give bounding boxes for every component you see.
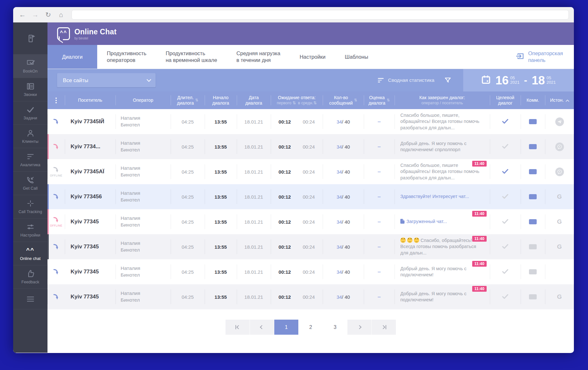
sidebar-item-настройки[interactable]: Настройки bbox=[13, 219, 47, 242]
viber-source-icon bbox=[555, 168, 564, 176]
phone-icon bbox=[26, 82, 35, 90]
bookon-icon bbox=[26, 59, 35, 67]
address-bar[interactable] bbox=[72, 10, 569, 20]
viber-source-icon bbox=[555, 142, 564, 151]
comment-icon[interactable] bbox=[529, 219, 537, 224]
tab-средняя нагрузка[interactable]: Средняя нагрузка в течении дня bbox=[227, 45, 290, 69]
sidebar-item-аналитика[interactable]: Аналитика bbox=[13, 148, 47, 172]
home-icon[interactable]: ⌂ bbox=[57, 11, 65, 19]
message-count: 34 / 40 bbox=[323, 184, 364, 209]
message-count: 34 / 40 bbox=[323, 259, 364, 284]
sidebar-item-звонки[interactable]: Звонки bbox=[13, 78, 47, 101]
table-row[interactable]: OFFLINEKyiv 77345АЇНаталияБинотел04:2513… bbox=[47, 159, 574, 184]
sidebar-item-collapse-icon[interactable] bbox=[13, 22, 47, 55]
visitor-name: Kyiv 77345ІЙ bbox=[71, 118, 104, 125]
dialog-date: 18.01.21 bbox=[237, 259, 271, 284]
chat-direction-arrow-icon bbox=[53, 193, 60, 200]
sidebar-item-label: Задачи bbox=[23, 116, 37, 120]
visitor-name: Kyiv 77345 bbox=[71, 244, 99, 250]
sidebar-item-call-tracking[interactable]: Call Tracking bbox=[13, 195, 47, 219]
refresh-icon[interactable]: ↻ bbox=[44, 11, 52, 19]
sidebar-item-feedback[interactable]: Feedback bbox=[13, 265, 47, 289]
pagination-page-2[interactable]: 2 bbox=[299, 320, 323, 335]
analytics-icon bbox=[26, 152, 35, 161]
tab-настройки[interactable]: Настройки bbox=[290, 45, 335, 69]
kebab-menu-icon[interactable] bbox=[47, 91, 65, 109]
filter-funnel-icon[interactable] bbox=[444, 76, 452, 84]
pagination-prev-button[interactable] bbox=[250, 320, 274, 335]
operator-name: НаталияБинотел bbox=[115, 209, 171, 234]
last-message-text: Добрый день. Я могу помочь с подключение… bbox=[400, 266, 485, 278]
col-duration-sort[interactable]: Длител. диалога⇅ bbox=[171, 91, 205, 109]
dialog-duration: 04:25 bbox=[171, 109, 205, 134]
sidebar-item-label: Звонки bbox=[24, 92, 37, 97]
comment-icon[interactable] bbox=[529, 144, 537, 149]
dialog-rating: – bbox=[364, 159, 395, 184]
comment-icon[interactable] bbox=[529, 169, 537, 174]
tab-продуктивность[interactable]: Продуктивность на временной шкале bbox=[156, 45, 227, 69]
dialog-start-time: 13:55 bbox=[205, 134, 237, 159]
chat-direction-arrow-icon bbox=[53, 166, 60, 173]
pagination-first-button[interactable] bbox=[226, 320, 250, 335]
date-dash: - bbox=[524, 75, 527, 86]
sidebar-item-клиенты[interactable]: Клиенты bbox=[13, 125, 47, 148]
col-rating-sort[interactable]: Оценка диалога⇅ bbox=[364, 91, 395, 109]
back-icon[interactable]: ← bbox=[18, 11, 27, 19]
date-range-picker[interactable]: 16 052021 - 18 052021 bbox=[463, 69, 574, 91]
pagination-last-button[interactable] bbox=[372, 320, 396, 335]
pagination-page-1[interactable]: 1 bbox=[274, 320, 298, 335]
summary-statistics-label: Сводная статистика bbox=[388, 77, 434, 83]
sidebar-item-online-chat[interactable]: ^^Online chat bbox=[13, 242, 47, 265]
dialog-date: 18.01.21 bbox=[237, 284, 271, 309]
sidebar-item-задачи[interactable]: Задачи bbox=[13, 101, 47, 125]
last-message-text: Добрый день. Я могу помочь с подключение… bbox=[400, 141, 485, 153]
wait-average: 00:24 bbox=[297, 169, 321, 175]
date-to-year: 2021 bbox=[547, 80, 556, 85]
table-row[interactable]: Kyiv 77345ІЙНаталияБинотел04:2513:5518.0… bbox=[47, 109, 574, 134]
table-row[interactable]: Kyiv 77345НаталияБинотел04:2513:5518.01.… bbox=[47, 259, 574, 284]
chevron-down-icon bbox=[147, 77, 151, 82]
sidebar-item-bookon[interactable]: BookOn bbox=[13, 55, 47, 78]
target-dialog-check-icon bbox=[502, 219, 508, 225]
col-wait-sort[interactable]: Ожидание ответа:первого ⇅ в средн.⇅ bbox=[271, 91, 323, 109]
dialog-rating: – bbox=[364, 284, 395, 309]
chat-direction-arrow-icon bbox=[53, 216, 60, 223]
comment-icon[interactable] bbox=[529, 119, 537, 124]
visitor-name: Kyiv 77345 bbox=[71, 219, 99, 225]
wait-average: 00:24 bbox=[297, 144, 321, 150]
dialog-rating: – bbox=[364, 259, 395, 284]
table-row[interactable]: OFFLINEKyiv 77345НаталияБинотел04:2513:5… bbox=[47, 209, 574, 234]
operator-panel-button[interactable]: Операторская панель bbox=[516, 45, 574, 69]
comment-icon[interactable] bbox=[529, 294, 537, 299]
tab-bar: ДиалогиПродуктивность операторовПродукти… bbox=[47, 45, 574, 69]
pagination-page-3[interactable]: 3 bbox=[323, 320, 347, 335]
stats-bars-icon bbox=[378, 77, 384, 83]
summary-statistics-button[interactable]: Сводная статистика bbox=[378, 77, 434, 83]
comment-icon[interactable] bbox=[529, 244, 537, 249]
wait-average: 00:24 bbox=[297, 294, 321, 300]
sidebar-item-hamburger-icon[interactable] bbox=[13, 289, 47, 309]
tab-продуктивность[interactable]: Продуктивность операторов bbox=[97, 45, 156, 69]
forward-icon[interactable]: → bbox=[31, 11, 39, 19]
tab-шаблоны[interactable]: Шаблоны bbox=[335, 45, 378, 69]
table-row[interactable]: Kyiv 773456НаталияБинотел04:2513:5518.01… bbox=[47, 184, 574, 209]
sidebar-item-get-call[interactable]: Get Call bbox=[13, 172, 47, 195]
wait-first: 00:12 bbox=[273, 119, 297, 125]
sidebar-item-label: Настройки bbox=[20, 233, 40, 237]
table-row[interactable]: Kyiv 7734...НаталияБинотел04:2513:5518.0… bbox=[47, 134, 574, 159]
sites-dropdown[interactable]: Все сайты bbox=[57, 73, 156, 87]
table-row[interactable]: Kyiv 77345НаталияБинотел04:2513:5518.01.… bbox=[47, 284, 574, 309]
tab-диалоги[interactable]: Диалоги bbox=[47, 45, 97, 69]
pagination-next-button[interactable] bbox=[347, 320, 371, 335]
comment-icon[interactable] bbox=[529, 269, 537, 274]
col-messages-sort[interactable]: Кол-во сообщений⇅ bbox=[323, 91, 364, 109]
online-chat-logo-icon: ^^ bbox=[57, 27, 70, 40]
comment-icon[interactable] bbox=[529, 194, 537, 199]
date-to-month: 05 bbox=[547, 76, 556, 81]
table-row[interactable]: Kyiv 77345НаталияБинотел04:2513:5518.01.… bbox=[47, 234, 574, 259]
col-source-sort[interactable]: Истон. bbox=[545, 91, 574, 109]
dialog-date: 18.01.21 bbox=[237, 209, 271, 234]
last-message-text[interactable]: Здравствуйте! Интересует чат... bbox=[400, 194, 469, 200]
target-dialog-check-icon bbox=[502, 119, 508, 125]
last-message-text[interactable]: Загруженный чат... bbox=[400, 219, 447, 225]
